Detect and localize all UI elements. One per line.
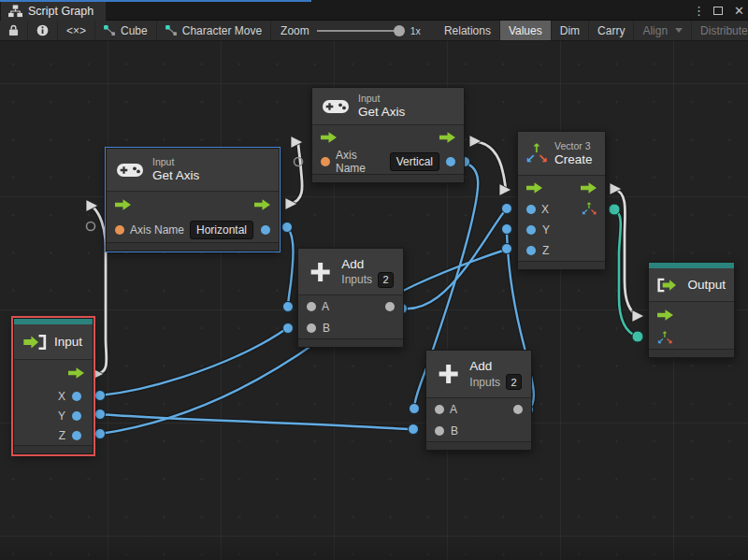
flow-cap [469,136,482,148]
out-port-x[interactable] [72,392,81,401]
port-label: Axis Name [130,223,184,237]
vector3-in-port[interactable]: ↑↙↘ [657,331,672,346]
flow-out-port[interactable] [581,182,597,194]
node-category: Input [358,93,405,104]
values-toggle[interactable]: Values [500,21,552,40]
vector3-out-port[interactable]: ↑↙↘ [582,202,597,217]
input-port-x[interactable] [526,205,536,214]
inspect-button[interactable] [28,21,58,40]
node-title: Add [469,358,522,374]
tab-title: Script Graph [28,5,94,18]
sum-out-port[interactable] [385,302,395,311]
node-title: Get Axis [152,167,199,183]
maximize-icon[interactable] [713,7,723,15]
input-port-b[interactable] [435,426,444,436]
input-port-y[interactable] [526,225,536,235]
node-title: Add [341,256,394,272]
port-label: B [323,322,330,335]
flow-in-port[interactable] [657,309,673,321]
flow-in-port[interactable] [115,199,131,210]
node-add-2[interactable]: Add Inputs 2 A B [425,350,532,451]
string-port-axis-name[interactable] [115,225,124,235]
align-label: Align [642,24,668,37]
node-get-axis-vertical[interactable]: Input Get Axis Axis Name Vertical [311,87,465,183]
port-label: Y [542,223,550,237]
zoom-slider-handle[interactable] [394,25,405,36]
relations-toggle[interactable]: Relations [436,21,500,40]
inputs-count-field[interactable]: 2 [506,374,522,390]
zoom-level: 1x [410,25,421,36]
graph-breadcrumb-character-move[interactable]: Character Move [157,21,271,40]
wire-input-x-to-add1-b [100,328,287,395]
string-port-axis-name[interactable] [321,157,330,166]
node-footer [107,242,279,251]
port-label: Z [59,429,65,442]
carry-toggle[interactable]: Carry [589,21,634,40]
input-port-z[interactable] [526,246,536,255]
tab-bar: Script Graph ⋮ ✕ [0,0,748,21]
flow-in-port[interactable] [321,132,337,143]
zoom-slider[interactable] [317,21,403,41]
align-menu[interactable]: Align [634,21,692,40]
node-get-axis-horizontal[interactable]: Input Get Axis Axis Name Horizontal [106,148,280,251]
close-icon[interactable]: ✕ [734,4,744,18]
node-footer [298,338,403,347]
port-label: B [451,424,458,438]
flow-out-port[interactable] [254,199,270,210]
node-footer [518,261,605,269]
value-out-port[interactable] [261,225,270,235]
node-add-1[interactable]: Add Inputs 2 A B [297,248,404,348]
relations-label: Relations [444,24,491,37]
out-port-y[interactable] [72,411,81,421]
node-footer [14,445,93,453]
window-menu-icon[interactable]: ⋮ [693,4,702,18]
input-port-a[interactable] [435,405,444,414]
flow-cap [632,310,644,323]
flow-in-port[interactable] [526,182,542,194]
dim-toggle[interactable]: Dim [552,21,589,40]
lock-button[interactable] [0,21,28,40]
flow-out-port[interactable] [439,132,455,143]
lock-icon [8,24,19,36]
port-label: Y [58,409,65,423]
distribute-menu[interactable]: Distribute [692,21,748,40]
graph-breadcrumb-cube[interactable]: Cube [95,21,157,40]
gamepad-icon [116,161,144,179]
node-title: Create [554,151,593,167]
plus-icon [436,361,461,387]
inputs-count-field[interactable]: 2 [378,272,394,288]
script-graph-window: Script Graph ⋮ ✕ <×> [0,0,748,560]
graph-hierarchy-icon [8,5,22,18]
sum-out-port[interactable] [513,405,523,414]
port-label: A [322,300,329,313]
node-category: Input [152,156,199,167]
port-label: A [450,403,457,416]
values-label: Values [509,24,542,37]
node-input-event[interactable]: Input X Y Z [13,318,94,454]
node-output-event[interactable]: Output ↑↙↘ [648,262,735,358]
node-title: Input [54,334,82,350]
tab-script-graph[interactable]: Script Graph [1,2,106,21]
node-category: Vector 3 [554,140,593,151]
node-vector3-create[interactable]: ↑↙↘ Vector 3 Create X ↑↙↘ [517,131,606,270]
graph-toolbar: <×> Cube Character Move Zoom 1x [0,21,748,41]
carry-label: Carry [597,24,625,37]
code-view-label: <×> [66,24,86,37]
wire-add1-out-to-vector3-x [402,209,506,309]
out-port-z[interactable] [72,431,81,440]
distribute-label: Distribute [700,24,748,37]
axis-name-field[interactable]: Horizontal [190,221,253,239]
node-footer [426,441,531,450]
node-title: Get Axis [358,104,405,120]
axis-name-field[interactable]: Vertical [390,152,439,171]
script-graph-asset-icon [165,25,178,36]
info-icon [36,24,49,36]
value-out-port[interactable] [446,157,455,166]
breadcrumb-label: Character Move [182,24,262,37]
input-port-b[interactable] [307,323,316,333]
code-view-button[interactable]: <×> [58,21,95,40]
port-label: Axis Name [336,149,384,175]
flow-out-port[interactable] [68,367,84,379]
input-port-a[interactable] [307,302,316,311]
script-graph-asset-icon [104,25,116,36]
